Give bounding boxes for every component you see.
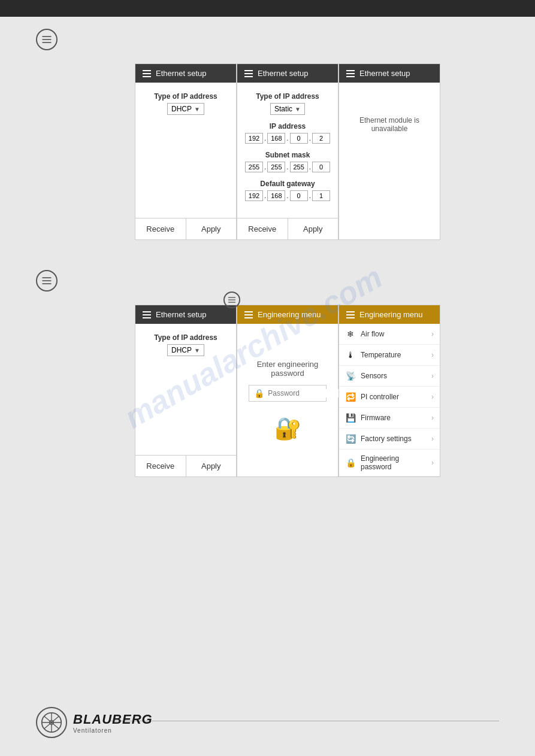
panel4-ip-type-select[interactable]: DHCP ▼ <box>167 344 204 356</box>
pi-label: PI controller <box>361 393 427 401</box>
eng-menu-item-airflow[interactable]: ❄ Air flow › <box>339 324 440 345</box>
eng-password-icon: 🔒 <box>345 457 356 468</box>
logo-line <box>108 721 499 721</box>
panel1-apply-button[interactable]: Apply <box>186 218 237 239</box>
panel2-body: Type of IP address Static ▼ IP address .… <box>237 83 338 218</box>
eng-menu-item-eng-password[interactable]: 🔒 Engineering password › <box>339 450 440 476</box>
panel2-menu-icon[interactable] <box>244 70 253 77</box>
panel2-subnet-seg4[interactable] <box>312 162 330 172</box>
factory-icon: 🔄 <box>345 433 356 444</box>
eng-menu-item-temperature[interactable]: 🌡 Temperature › <box>339 345 440 366</box>
panel5: Engineering menu Enter engineering passw… <box>237 305 338 477</box>
panel5-lock-icon: 🔒 <box>254 388 264 398</box>
panel6-title: Engineering menu <box>359 310 423 319</box>
panel2-ip-address-row: . . . <box>245 133 330 144</box>
panel2-ip-type-group: Type of IP address Static ▼ <box>244 92 331 115</box>
section2-sub-icon <box>223 292 240 308</box>
panel1-select-arrow: ▼ <box>194 106 200 113</box>
section1-icon <box>36 29 58 50</box>
eng-menu-item-firmware[interactable]: 💾 Firmware › <box>339 408 440 429</box>
panel4-ip-type-group: Type of IP address DHCP ▼ <box>143 333 229 356</box>
panel2-gateway-row: . . . <box>245 190 330 201</box>
panel2-ip-address-group: IP address . . . <box>244 122 331 144</box>
panel1-receive-button[interactable]: Receive <box>135 218 186 239</box>
factory-chevron: › <box>431 435 434 443</box>
panel5-title: Engineering menu <box>258 310 321 319</box>
temperature-label: Temperature <box>361 351 427 359</box>
panel2-gw-seg3[interactable] <box>290 190 308 201</box>
panel2-gateway-label: Default gateway <box>260 180 315 188</box>
panel1-ip-type-value: DHCP <box>171 105 192 113</box>
panel4-apply-button[interactable]: Apply <box>186 456 237 476</box>
panel5-header: Engineering menu <box>237 305 338 324</box>
panel1-ip-type-group: Type of IP address DHCP ▼ <box>143 92 229 115</box>
pi-chevron: › <box>431 393 434 401</box>
panel2-gw-seg1[interactable] <box>245 190 263 201</box>
logo-icon <box>36 707 67 738</box>
panel2-subnet-seg3[interactable] <box>290 162 308 172</box>
eng-password-chevron: › <box>431 459 434 467</box>
panel5-password-wrapper: 🔒 <box>249 385 327 402</box>
firmware-icon: 💾 <box>345 412 356 423</box>
panel3: Ethernet setup Ethernet module is unavai… <box>338 63 440 240</box>
top-bar <box>0 0 535 17</box>
section2-icon <box>36 270 58 292</box>
panel1-footer: Receive Apply <box>135 218 236 239</box>
panel2-select-arrow: ▼ <box>295 106 301 113</box>
panel2-gateway-group: Default gateway . . . <box>244 180 331 201</box>
panel2-receive-button[interactable]: Receive <box>237 218 288 239</box>
panel1-ip-type-label: Type of IP address <box>154 92 217 101</box>
firmware-label: Firmware <box>361 414 427 422</box>
panel4-menu-icon[interactable] <box>143 311 151 318</box>
panel4-ip-type-label: Type of IP address <box>154 333 217 342</box>
sensors-label: Sensors <box>361 372 427 380</box>
panel6-menu-list: ❄ Air flow › 🌡 Temperature › 📡 Sensors › <box>339 324 440 476</box>
panel2-ip-seg4[interactable] <box>312 133 330 144</box>
panel1-body: Type of IP address DHCP ▼ <box>135 83 236 218</box>
panel2-gw-seg4[interactable] <box>312 190 330 201</box>
panel2: Ethernet setup Type of IP address Static… <box>237 63 338 240</box>
panel2-subnet-group: Subnet mask . . . <box>244 151 331 172</box>
section1-marker <box>36 29 499 57</box>
temperature-chevron: › <box>431 351 434 359</box>
bottom-logo: BLAUBERG Ventilatoren <box>36 707 153 738</box>
panel2-ip-type-select[interactable]: Static ▼ <box>270 103 305 115</box>
panel4-title: Ethernet setup <box>156 310 207 319</box>
panel6: Engineering menu ❄ Air flow › 🌡 Temperat… <box>338 305 440 477</box>
panel2-subnet-seg2[interactable] <box>267 162 285 172</box>
panel2-subnet-seg1[interactable] <box>245 162 263 172</box>
panel3-title: Ethernet setup <box>359 69 410 78</box>
panel4-receive-button[interactable]: Receive <box>135 456 186 476</box>
panel5-menu-icon[interactable] <box>244 311 253 318</box>
panel2-apply-button[interactable]: Apply <box>288 218 338 239</box>
airflow-label: Air flow <box>361 330 427 338</box>
panel2-header: Ethernet setup <box>237 64 338 83</box>
firmware-chevron: › <box>431 414 434 422</box>
panel1-menu-icon[interactable] <box>143 70 151 77</box>
eng-menu-item-factory[interactable]: 🔄 Factory settings › <box>339 429 440 450</box>
panel4: Ethernet setup Type of IP address DHCP ▼… <box>135 305 237 477</box>
panel3-menu-icon[interactable] <box>346 70 355 77</box>
sensors-icon: 📡 <box>345 371 356 381</box>
panel6-menu-icon[interactable] <box>346 311 355 318</box>
panel1-ip-type-select[interactable]: DHCP ▼ <box>167 103 204 115</box>
panel1-header: Ethernet setup <box>135 64 236 83</box>
panel2-ip-seg3[interactable] <box>290 133 308 144</box>
panel2-subnet-label: Subnet mask <box>265 151 310 159</box>
panel3-unavailable-text: Ethernet module is unavailable <box>346 116 433 133</box>
panel4-select-arrow: ▼ <box>194 347 200 354</box>
panel2-ip-type-label: Type of IP address <box>256 92 319 101</box>
panel2-ip-seg1[interactable] <box>245 133 263 144</box>
panel6-header: Engineering menu <box>339 305 440 324</box>
panel2-gw-seg2[interactable] <box>267 190 285 201</box>
panel3-body: Ethernet module is unavailable <box>339 83 440 239</box>
section2-panels: Ethernet setup Type of IP address DHCP ▼… <box>135 305 440 477</box>
panel2-ip-seg2[interactable] <box>267 133 285 144</box>
eng-menu-item-pi-controller[interactable]: 🔁 PI controller › <box>339 387 440 408</box>
eng-menu-item-sensors[interactable]: 📡 Sensors › <box>339 366 440 387</box>
panel5-body: Enter engineering password 🔒 🔐 <box>237 324 338 476</box>
panel5-login-icon: 🔐 <box>274 416 301 441</box>
panel1-title: Ethernet setup <box>156 69 207 78</box>
eng-password-label: Engineering password <box>361 454 427 471</box>
logo-sub: Ventilatoren <box>73 727 153 734</box>
